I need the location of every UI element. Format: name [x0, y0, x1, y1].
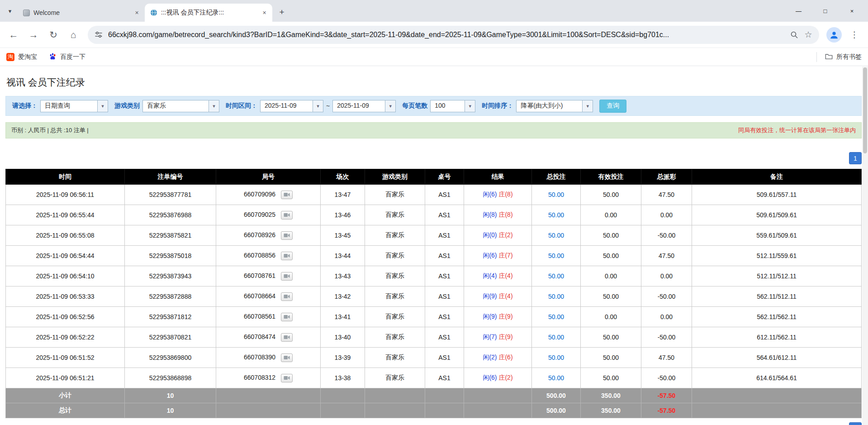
video-replay-button[interactable]	[281, 333, 293, 342]
total-bet-link[interactable]: 50.00	[548, 293, 564, 300]
address-bar[interactable]: 66cxkj98.com/game/betrecord_search/kind3…	[88, 26, 819, 44]
minimize-button[interactable]: —	[785, 0, 812, 22]
banker-result: 庄(2)	[498, 231, 512, 239]
video-replay-button[interactable]	[281, 272, 293, 281]
total-bet-link[interactable]: 50.00	[548, 252, 564, 259]
total-bet-link[interactable]: 50.00	[548, 354, 564, 361]
cell-game-type: 百家乐	[365, 287, 425, 307]
pagination-bottom: 1	[5, 422, 862, 425]
chevron-down-icon[interactable]: ▾	[97, 100, 108, 112]
total-bet-link[interactable]: 50.00	[548, 191, 564, 198]
bookmark-baidu[interactable]: 百度一下	[49, 53, 85, 62]
chevron-down-icon[interactable]: ▾	[582, 100, 593, 112]
round-id-text: 660708926	[244, 231, 275, 239]
welcome-tab-favicon	[23, 9, 30, 16]
round-id-text: 660708664	[244, 292, 275, 300]
round-id-text: 660709096	[244, 191, 275, 198]
search-button[interactable]: 查询	[599, 100, 626, 113]
cell-result: 闲(0) 庄(2)	[464, 225, 532, 246]
game-type-select[interactable]: 百家乐 ▾	[142, 100, 219, 112]
tab-close-icon[interactable]: ×	[260, 9, 269, 17]
cell-payout: -50.00	[641, 327, 692, 348]
maximize-button[interactable]: □	[812, 0, 839, 22]
tab-search-icon[interactable]: ▾	[3, 0, 17, 22]
bookmark-label: 爱淘宝	[18, 53, 37, 61]
total-bet-link[interactable]: 50.00	[548, 334, 564, 341]
cell-session: 13-40	[321, 327, 365, 348]
cell-session: 13-39	[321, 348, 365, 368]
player-result: 闲(9)	[483, 313, 497, 320]
tab-close-icon[interactable]: ×	[133, 9, 141, 17]
total-bet-link[interactable]: 50.00	[548, 232, 564, 239]
cell-total-bet: 50.00	[532, 348, 581, 368]
cell-result: 闲(2) 庄(6)	[464, 348, 532, 368]
video-replay-button[interactable]	[281, 191, 293, 199]
cell-session: 13-47	[321, 185, 365, 205]
cell-bet-id: 522953871812	[125, 307, 216, 327]
video-replay-button[interactable]	[281, 313, 293, 321]
bookmark-taobao[interactable]: 淘 爱淘宝	[6, 53, 37, 61]
chevron-down-icon[interactable]: ▾	[313, 100, 323, 112]
video-replay-button[interactable]	[281, 374, 293, 382]
cell-note: 559.61/509.61	[692, 225, 862, 246]
cell-game-type: 百家乐	[365, 185, 425, 205]
total-bet-link[interactable]: 50.00	[548, 211, 564, 219]
scrollbar-thumb[interactable]	[863, 67, 867, 153]
tab-betrecord[interactable]: :::视讯 会员下注纪录::: ×	[145, 4, 272, 22]
cell-game-type: 百家乐	[365, 266, 425, 287]
chevron-down-icon[interactable]: ▾	[465, 100, 475, 112]
camera-icon	[284, 335, 290, 339]
zoom-icon[interactable]	[790, 30, 799, 39]
player-result: 闲(9)	[483, 292, 497, 300]
page-size-select[interactable]: 100 ▾	[430, 100, 475, 112]
cell-table-no: AS1	[425, 246, 464, 266]
cell-valid-bet: 0.00	[581, 266, 641, 287]
scrollbar[interactable]	[862, 67, 868, 425]
site-settings-icon[interactable]	[94, 30, 103, 39]
player-result: 闲(6)	[483, 252, 497, 259]
video-replay-button[interactable]	[281, 292, 293, 301]
header-total-bet: 总投注	[532, 169, 581, 185]
sort-select[interactable]: 降幂(由大到小) ▾	[516, 100, 593, 112]
chevron-down-icon[interactable]: ▾	[385, 100, 395, 112]
date-end-select[interactable]: 2025-11-09 ▾	[332, 100, 396, 112]
new-tab-button[interactable]: +	[275, 5, 289, 19]
video-replay-button[interactable]	[281, 211, 293, 220]
forward-button[interactable]: →	[24, 26, 43, 44]
total-bet-link[interactable]: 50.00	[548, 313, 564, 320]
cell-payout: 0.00	[641, 205, 692, 225]
close-button[interactable]: ×	[839, 0, 865, 22]
video-replay-button[interactable]	[281, 252, 293, 260]
table-row: 2025-11-09 06:53:33 522953872888 6607086…	[6, 287, 862, 307]
more-options-icon[interactable]: ⋮	[845, 26, 863, 44]
video-replay-button[interactable]	[281, 231, 293, 240]
tab-welcome[interactable]: Welcome ×	[17, 4, 145, 22]
page-1-button[interactable]: 1	[849, 152, 862, 164]
back-button[interactable]: ←	[5, 26, 23, 44]
window-controls: — □ ×	[785, 0, 865, 22]
total-bet-link[interactable]: 50.00	[548, 272, 564, 280]
cell-round-id: 660708856	[216, 246, 321, 266]
video-replay-button[interactable]	[281, 353, 293, 362]
cell-valid-bet: 50.00	[581, 348, 641, 368]
table-header-row: 时间 注单编号 局号 场次 游戏类别 桌号 结果 总投注 有效投注 总派彩 备注	[6, 169, 862, 185]
camera-icon	[284, 355, 290, 360]
table-row: 2025-11-09 06:55:08 522953875821 6607089…	[6, 225, 862, 246]
date-start-select[interactable]: 2025-11-09 ▾	[260, 100, 323, 112]
home-button[interactable]: ⌂	[64, 26, 82, 44]
page-size-label: 每页笔数	[402, 102, 427, 110]
chevron-down-icon[interactable]: ▾	[209, 100, 219, 112]
total-bet-link[interactable]: 50.00	[548, 374, 564, 382]
profile-avatar[interactable]	[826, 27, 842, 43]
query-type-select[interactable]: 日期查询 ▾	[40, 100, 108, 112]
all-bookmarks-button[interactable]: 所有书签	[816, 52, 862, 62]
bookmark-star-icon[interactable]: ☆	[804, 30, 813, 39]
cell-bet-id: 522953869800	[125, 348, 216, 368]
cell-total-bet: 50.00	[532, 307, 581, 327]
page-1-button-bottom[interactable]: 1	[849, 422, 862, 425]
table-row: 2025-11-09 06:54:10 522953873943 6607087…	[6, 266, 862, 287]
cell-table-no: AS1	[425, 287, 464, 307]
cell-note: 614.61/564.61	[692, 368, 862, 388]
refresh-button[interactable]: ↻	[44, 26, 62, 44]
filter-bar: 请选择： 日期查询 ▾ 游戏类别 百家乐 ▾ 时间区间： 2025-11-09 …	[5, 96, 862, 116]
